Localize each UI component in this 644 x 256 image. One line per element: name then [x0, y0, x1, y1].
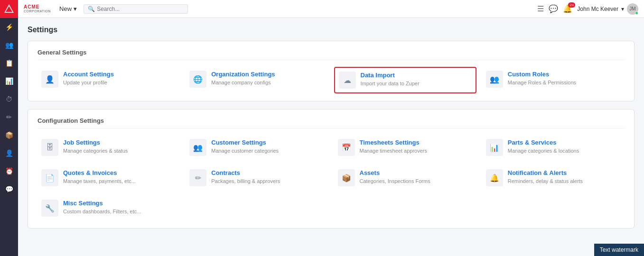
notifications-button[interactable]: 🔔 24 [563, 4, 572, 13]
sidebar-item-home[interactable]: ⚡ [0, 18, 18, 36]
misc-settings-icon: 🔧 [41, 200, 58, 217]
job-settings-desc: Manage categories & status [63, 148, 128, 154]
timesheets-settings-desc: Manage timesheet approvers [360, 148, 427, 154]
parts-services-title: Parts & Services [508, 139, 579, 146]
sidebar-item-jobs[interactable]: 📋 [0, 54, 18, 72]
page-title: Settings [28, 26, 635, 34]
account-settings-desc: Update your profile [63, 80, 107, 85]
customer-settings-title: Customer Settings [211, 139, 279, 146]
customer-settings-card[interactable]: 👥 Customer Settings Manage customer cate… [186, 135, 328, 160]
custom-roles-card[interactable]: 👥 Custom Roles Manage Roles & Permission… [482, 67, 625, 93]
sidebar-item-user[interactable]: 👤 [0, 144, 18, 162]
quotes-invoices-desc: Manage taxes, payments, etc... [63, 178, 136, 184]
organization-settings-icon: 🌐 [189, 71, 206, 88]
assets-icon: 📦 [338, 169, 355, 186]
customer-settings-icon: 👥 [189, 139, 206, 156]
content-area: Settings General Settings 👤 Account Sett… [18, 18, 644, 256]
chevron-down-icon: ▾ [621, 6, 624, 12]
sidebar-item-time[interactable]: ⏱ [0, 90, 18, 108]
organization-settings-title: Organization Settings [211, 71, 275, 78]
quotes-invoices-title: Quotes & Invoices [63, 169, 136, 176]
sidebar-item-edit[interactable]: ✏ [0, 108, 18, 126]
notification-alerts-card[interactable]: 🔔 Notification & Alerts Reminders, delay… [482, 165, 625, 190]
job-settings-title: Job Settings [63, 139, 128, 146]
notification-alerts-icon: 🔔 [486, 169, 503, 186]
chat-button[interactable]: 💬 [549, 4, 558, 13]
avatar: JM [627, 3, 638, 15]
data-import-desc: Import your data to Zuper [361, 81, 420, 86]
general-settings-section: General Settings 👤 Account Settings Upda… [28, 41, 635, 101]
configuration-settings-title: Configuration Settings [37, 117, 625, 128]
account-settings-card[interactable]: 👤 Account Settings Update your profile [37, 67, 180, 93]
sidebar-item-assets[interactable]: 📦 [0, 126, 18, 144]
quotes-invoices-card[interactable]: 📄 Quotes & Invoices Manage taxes, paymen… [37, 165, 180, 190]
contracts-desc: Packages, billing & approvers [211, 178, 280, 184]
customer-settings-desc: Manage customer categories [211, 148, 279, 154]
text-watermark: Text watermark [594, 244, 644, 256]
app-logo [0, 0, 18, 18]
misc-settings-card[interactable]: 🔧 Misc Settings Custom dashboards, Filte… [37, 196, 180, 220]
online-indicator [635, 11, 638, 15]
timesheets-settings-title: Timesheets Settings [360, 139, 427, 146]
timesheets-settings-card[interactable]: 📅 Timesheets Settings Manage timesheet a… [334, 135, 476, 160]
acme-logo: ACME CORPORATION [24, 5, 51, 13]
data-import-title: Data Import [361, 72, 420, 79]
contracts-icon: ✏ [189, 169, 206, 186]
misc-settings-desc: Custom dashboards, Filters, etc... [63, 209, 141, 214]
acme-logo-sub: CORPORATION [24, 9, 51, 13]
job-settings-icon: 🗄 [41, 139, 58, 156]
main-area: ACME CORPORATION New ▾ 🔍 ☰ 💬 🔔 24 John M… [18, 0, 644, 256]
parts-services-desc: Manage categories & locations [508, 148, 579, 154]
custom-roles-icon: 👥 [486, 71, 503, 88]
sidebar: ⚡ 👥 📋 📊 ⏱ ✏ 📦 👤 ⏰ 💬 [0, 0, 18, 256]
assets-desc: Categories, Inspections Forms [360, 178, 430, 184]
organization-settings-desc: Manage company configs [211, 80, 271, 85]
chevron-down-icon: ▾ [74, 5, 77, 12]
sidebar-item-clock[interactable]: ⏰ [0, 162, 18, 180]
general-settings-grid: 👤 Account Settings Update your profile 🌐… [37, 67, 625, 93]
new-button[interactable]: New ▾ [56, 4, 80, 13]
acme-logo-text: ACME [24, 5, 51, 9]
notification-alerts-desc: Reminders, delay & status alerts [508, 178, 583, 184]
configuration-settings-section: Configuration Settings 🗄 Job Settings Ma… [28, 109, 635, 229]
timesheets-settings-icon: 📅 [338, 139, 355, 156]
parts-services-icon: 📊 [486, 139, 503, 156]
contracts-card[interactable]: ✏ Contracts Packages, billing & approver… [186, 165, 328, 190]
user-menu[interactable]: John Mc Keever ▾ JM [577, 3, 638, 15]
custom-roles-desc: Manage Roles & Permissions [508, 80, 576, 85]
job-settings-card[interactable]: 🗄 Job Settings Manage categories & statu… [37, 135, 180, 160]
general-settings-title: General Settings [37, 49, 625, 60]
account-settings-icon: 👤 [41, 71, 58, 88]
navbar: ACME CORPORATION New ▾ 🔍 ☰ 💬 🔔 24 John M… [18, 0, 644, 18]
sidebar-item-chat[interactable]: 💬 [0, 180, 18, 198]
quotes-invoices-icon: 📄 [41, 169, 58, 186]
account-settings-title: Account Settings [63, 71, 114, 78]
notification-badge: 24 [568, 2, 575, 8]
custom-roles-title: Custom Roles [508, 71, 576, 78]
search-input[interactable] [97, 6, 184, 12]
list-view-button[interactable]: ☰ [537, 4, 544, 13]
organization-settings-card[interactable]: 🌐 Organization Settings Manage company c… [186, 67, 328, 93]
data-import-card[interactable]: ☁ Data Import Import your data to Zuper [334, 67, 476, 93]
notification-alerts-title: Notification & Alerts [508, 169, 583, 176]
user-name: John Mc Keever [577, 6, 618, 12]
search-icon: 🔍 [88, 6, 95, 12]
sidebar-item-reports[interactable]: 📊 [0, 72, 18, 90]
navbar-actions: ☰ 💬 🔔 24 John Mc Keever ▾ JM [537, 3, 638, 15]
sidebar-item-contacts[interactable]: 👥 [0, 36, 18, 54]
misc-settings-title: Misc Settings [63, 200, 141, 207]
parts-services-card[interactable]: 📊 Parts & Services Manage categories & l… [482, 135, 625, 160]
search-bar[interactable]: 🔍 [84, 4, 188, 14]
assets-card[interactable]: 📦 Assets Categories, Inspections Forms [334, 165, 476, 190]
assets-title: Assets [360, 169, 430, 176]
new-button-label: New [59, 5, 72, 12]
contracts-title: Contracts [211, 169, 280, 176]
data-import-icon: ☁ [339, 72, 356, 89]
configuration-settings-grid: 🗄 Job Settings Manage categories & statu… [37, 135, 625, 220]
